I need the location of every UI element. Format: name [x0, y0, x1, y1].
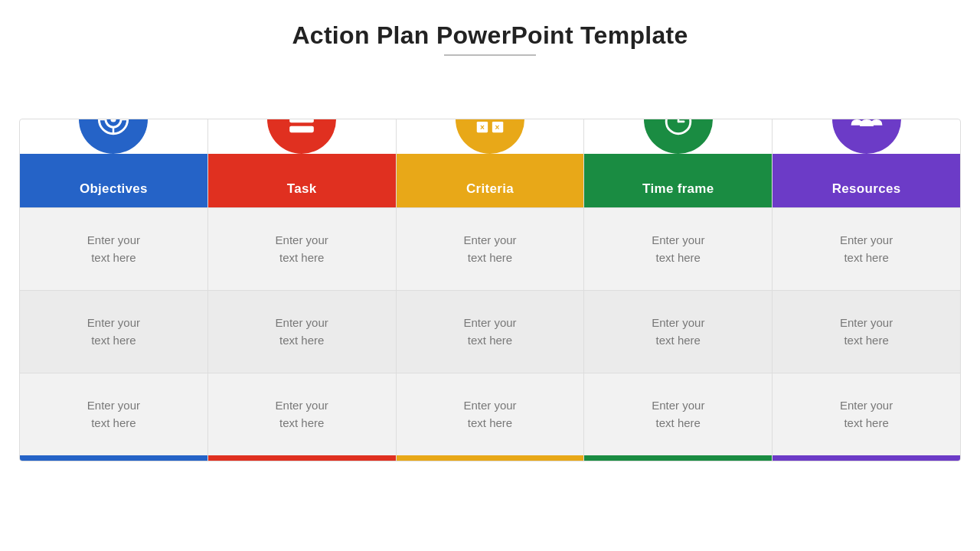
col-header-wrapper-task: Task [208, 119, 396, 207]
col-rows-task: Enter yourtext hereEnter yourtext hereEn… [208, 207, 396, 455]
col-header-resources: Resources [773, 154, 960, 207]
cell-criteria-0[interactable]: Enter yourtext here [397, 207, 584, 290]
col-header-wrapper-timeframe: Time frame [584, 119, 772, 207]
title-divider [444, 54, 536, 56]
column-task: TaskEnter yourtext hereEnter yourtext he… [208, 119, 397, 461]
column-resources: ResourcesEnter yourtext hereEnter yourte… [773, 119, 960, 461]
col-header-wrapper-criteria: × × × × Criteria [397, 119, 584, 207]
cell-criteria-1[interactable]: Enter yourtext here [397, 290, 584, 373]
col-rows-objectives: Enter yourtext hereEnter yourtext hereEn… [20, 207, 207, 455]
table-outer-wrapper: ObjectivesEnter yourtext hereEnter yourt… [0, 73, 980, 461]
col-rows-timeframe: Enter yourtext hereEnter yourtext hereEn… [584, 207, 772, 455]
col-rows-resources: Enter yourtext hereEnter yourtext hereEn… [773, 207, 960, 455]
svg-text:×: × [480, 123, 485, 132]
col-bottom-bar-task [208, 455, 396, 461]
col-header-task: Task [208, 154, 396, 207]
database-icon [267, 119, 336, 154]
cell-timeframe-2[interactable]: Enter yourtext here [584, 373, 772, 455]
action-plan-table: ObjectivesEnter yourtext hereEnter yourt… [19, 119, 961, 461]
cell-objectives-2[interactable]: Enter yourtext here [20, 373, 207, 455]
svg-rect-10 [289, 119, 314, 122]
cell-resources-0[interactable]: Enter yourtext here [773, 207, 960, 290]
svg-rect-11 [289, 126, 314, 133]
people-icon [832, 119, 901, 154]
col-bottom-bar-timeframe [584, 455, 772, 461]
cell-objectives-0[interactable]: Enter yourtext here [20, 207, 207, 290]
col-bottom-bar-objectives [20, 455, 207, 461]
cell-task-2[interactable]: Enter yourtext here [208, 373, 396, 455]
page-title: Action Plan PowerPoint Template [292, 21, 688, 50]
col-header-criteria: Criteria [397, 154, 584, 207]
cell-objectives-1[interactable]: Enter yourtext here [20, 290, 207, 373]
grid-icon: × × × × [456, 119, 524, 154]
cell-timeframe-0[interactable]: Enter yourtext here [584, 207, 772, 290]
col-bottom-bar-criteria [397, 455, 584, 461]
col-header-objectives: Objectives [20, 154, 207, 207]
col-rows-criteria: Enter yourtext hereEnter yourtext hereEn… [397, 207, 584, 455]
col-header-timeframe: Time frame [584, 154, 772, 207]
cell-task-1[interactable]: Enter yourtext here [208, 290, 396, 373]
cell-resources-2[interactable]: Enter yourtext here [773, 373, 960, 455]
target-icon [79, 119, 148, 154]
column-objectives: ObjectivesEnter yourtext hereEnter yourt… [20, 119, 208, 461]
svg-point-2 [111, 119, 116, 122]
cell-resources-1[interactable]: Enter yourtext here [773, 290, 960, 373]
svg-text:×: × [495, 123, 499, 132]
column-timeframe: Time frameEnter yourtext hereEnter yourt… [584, 119, 773, 461]
cell-timeframe-1[interactable]: Enter yourtext here [584, 290, 772, 373]
col-bottom-bar-resources [773, 455, 960, 461]
column-criteria: × × × × CriteriaEnter yourtext hereEnter… [397, 119, 585, 461]
cell-criteria-2[interactable]: Enter yourtext here [397, 373, 584, 455]
col-header-wrapper-objectives: Objectives [20, 119, 207, 207]
col-header-wrapper-resources: Resources [773, 119, 960, 207]
cell-task-0[interactable]: Enter yourtext here [208, 207, 396, 290]
clock-icon [644, 119, 713, 154]
